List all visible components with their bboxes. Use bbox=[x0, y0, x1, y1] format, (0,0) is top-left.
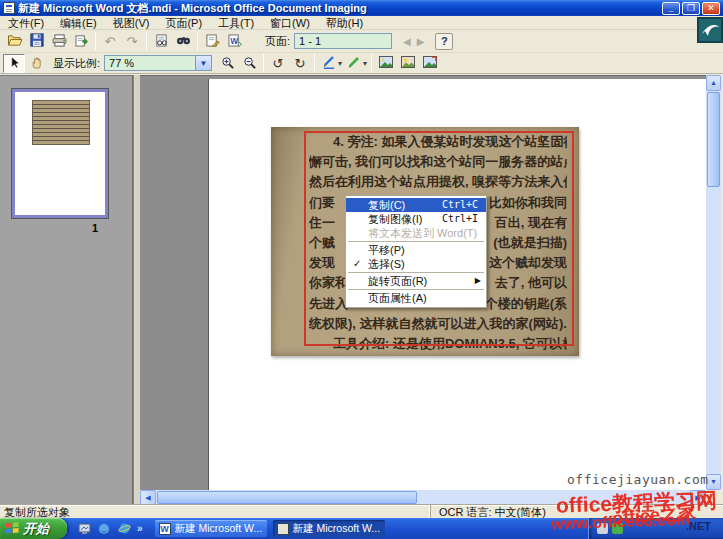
vertical-scrollbar[interactable]: ▲ ▼ bbox=[706, 75, 721, 490]
zoom-in-icon bbox=[221, 56, 234, 71]
annotations-button[interactable] bbox=[201, 32, 223, 51]
menu-item-shortcut: Ctrl+I bbox=[442, 212, 478, 226]
context-menu-item-copy[interactable]: 复制(C) Ctrl+C bbox=[346, 198, 486, 212]
quick-launch-overflow-chevron[interactable]: » bbox=[137, 523, 143, 534]
context-menu-item-select[interactable]: ✓ 选择(S) bbox=[346, 257, 486, 271]
menu-item-label: 复制图像(I) bbox=[368, 212, 422, 226]
rotate-left-icon: ↺ bbox=[273, 57, 284, 70]
zoom-dropdown-arrow[interactable]: ▼ bbox=[196, 55, 212, 71]
zoom-out-button[interactable] bbox=[238, 54, 260, 73]
menu-help[interactable]: 帮助(H) bbox=[318, 16, 371, 30]
next-page-button[interactable]: ▶ bbox=[414, 36, 428, 47]
print-button[interactable] bbox=[48, 32, 70, 51]
zoom-value[interactable]: 77 % bbox=[104, 55, 196, 71]
undo-icon: ↶ bbox=[105, 35, 116, 48]
context-menu-item-page-properties[interactable]: 页面属性(A) bbox=[346, 291, 486, 305]
menu-item-label: 旋转页面(R) bbox=[368, 274, 427, 288]
send-to-word-icon: W bbox=[227, 34, 242, 49]
context-menu-item-rotate-page[interactable]: 旋转页面(R) ▶ bbox=[346, 274, 486, 288]
find-button[interactable] bbox=[172, 32, 194, 51]
toolbar-separator bbox=[263, 54, 264, 72]
start-label: 开始 bbox=[23, 520, 49, 538]
undo-button[interactable]: ↶ bbox=[99, 32, 121, 51]
taskbar-button-document-imaging[interactable]: 新建 Microsoft W... bbox=[273, 520, 385, 537]
open-button[interactable] bbox=[4, 32, 26, 51]
menu-item-label: 页面属性(A) bbox=[368, 291, 427, 305]
scroll-left-button[interactable]: ◀ bbox=[140, 490, 156, 505]
page-pane-button[interactable] bbox=[397, 54, 419, 73]
context-menu-item-send-text-to-word[interactable]: 将文本发送到 Word(T) bbox=[346, 226, 486, 240]
vertical-scroll-thumb[interactable] bbox=[707, 92, 720, 187]
svg-text:W: W bbox=[230, 35, 238, 45]
title-bar: 新建 Microsoft Word 文档.mdi - Microsoft Off… bbox=[0, 0, 723, 16]
binoculars-icon bbox=[176, 34, 191, 48]
floppy-icon bbox=[30, 33, 44, 49]
cursor-arrow-icon bbox=[9, 56, 20, 71]
rotate-right-button[interactable]: ↻ bbox=[289, 54, 311, 73]
internet-explorer-icon[interactable] bbox=[117, 522, 131, 536]
save-button[interactable] bbox=[26, 32, 48, 51]
menu-view[interactable]: 视图(V) bbox=[105, 16, 158, 30]
pen-tool-button[interactable] bbox=[318, 54, 340, 73]
quick-launch-bar: » bbox=[67, 522, 149, 536]
send-text-to-word-button[interactable]: W bbox=[223, 32, 245, 51]
scan-document-button[interactable] bbox=[70, 32, 92, 51]
thumbnails-pane-button[interactable] bbox=[375, 54, 397, 73]
taskbar-button-word-document[interactable]: W 新建 Microsoft W... bbox=[155, 520, 267, 537]
highlighter-tool-button[interactable] bbox=[343, 54, 365, 73]
redo-button[interactable]: ↷ bbox=[121, 32, 143, 51]
scroll-up-button[interactable]: ▲ bbox=[706, 75, 721, 91]
zoom-out-icon bbox=[243, 56, 256, 71]
picture-crop-icon bbox=[423, 56, 437, 70]
menu-separator bbox=[348, 241, 484, 242]
help-button[interactable]: ? bbox=[435, 33, 453, 50]
recognize-text-button[interactable] bbox=[150, 32, 172, 51]
ocr-glasses-icon bbox=[154, 34, 169, 49]
previous-page-button[interactable]: ◀ bbox=[400, 36, 414, 47]
menu-edit[interactable]: 编辑(E) bbox=[52, 16, 105, 30]
printer-icon bbox=[52, 34, 67, 49]
start-button[interactable]: 开始 bbox=[0, 518, 67, 539]
minimize-button[interactable]: _ bbox=[662, 2, 680, 15]
app-icon bbox=[3, 2, 15, 14]
menu-page[interactable]: 页面(P) bbox=[157, 16, 210, 30]
toolbar-separator bbox=[95, 32, 96, 50]
menu-file[interactable]: 文件(F) bbox=[0, 16, 52, 30]
restore-button[interactable]: ❐ bbox=[682, 2, 700, 15]
pan-tool-button[interactable] bbox=[25, 54, 47, 73]
select-tool-button[interactable] bbox=[3, 54, 25, 73]
pen-dropdown-caret[interactable]: ▾ bbox=[338, 59, 342, 68]
toolbar-separator bbox=[146, 32, 147, 50]
highlighter-dropdown-caret[interactable]: ▾ bbox=[363, 59, 367, 68]
pane-splitter[interactable] bbox=[133, 75, 140, 505]
view-toolbar: 显示比例: 77 % ▼ ↺ ↻ ▾ ▾ bbox=[0, 53, 723, 74]
redo-icon: ↷ bbox=[127, 35, 138, 48]
show-desktop-icon[interactable] bbox=[77, 522, 91, 536]
rotate-left-button[interactable]: ↺ bbox=[267, 54, 289, 73]
scanner-icon bbox=[74, 34, 89, 49]
page-thumbnail[interactable] bbox=[12, 89, 108, 218]
context-menu-item-copy-image[interactable]: 复制图像(I) Ctrl+I bbox=[346, 212, 486, 226]
window-title: 新建 Microsoft Word 文档.mdi - Microsoft Off… bbox=[18, 1, 662, 16]
reading-view-button[interactable] bbox=[419, 54, 441, 73]
menu-bar: 文件(F) 编辑(E) 视图(V) 页面(P) 工具(T) 窗口(W) 帮助(H… bbox=[0, 16, 723, 30]
thumbnail-pane: 1 bbox=[0, 75, 133, 505]
menu-separator bbox=[348, 289, 484, 290]
page-range-field[interactable]: 1 - 1 bbox=[294, 33, 392, 49]
taskbar-button-label: 新建 Microsoft W... bbox=[293, 522, 381, 536]
menu-window[interactable]: 窗口(W) bbox=[262, 16, 318, 30]
word-document-icon: W bbox=[159, 523, 171, 535]
horizontal-scroll-thumb[interactable] bbox=[157, 491, 417, 504]
menu-tools[interactable]: 工具(T) bbox=[210, 16, 262, 30]
menu-item-label: 复制(C) bbox=[368, 198, 405, 212]
document-imaging-icon bbox=[277, 523, 289, 535]
toolbar-separator bbox=[371, 54, 372, 72]
standard-toolbar: ↶ ↷ W 页面: 1 - 1 ◀ ▶ ? bbox=[0, 30, 723, 53]
zoom-in-button[interactable] bbox=[216, 54, 238, 73]
messenger-icon[interactable] bbox=[97, 522, 111, 536]
close-button[interactable]: ✕ bbox=[702, 2, 720, 15]
context-menu-item-pan[interactable]: 平移(P) bbox=[346, 243, 486, 257]
windows-flag-icon bbox=[5, 521, 20, 536]
capture-tool-icon[interactable] bbox=[697, 17, 723, 43]
taskbar-button-label: 新建 Microsoft W... bbox=[175, 522, 263, 536]
